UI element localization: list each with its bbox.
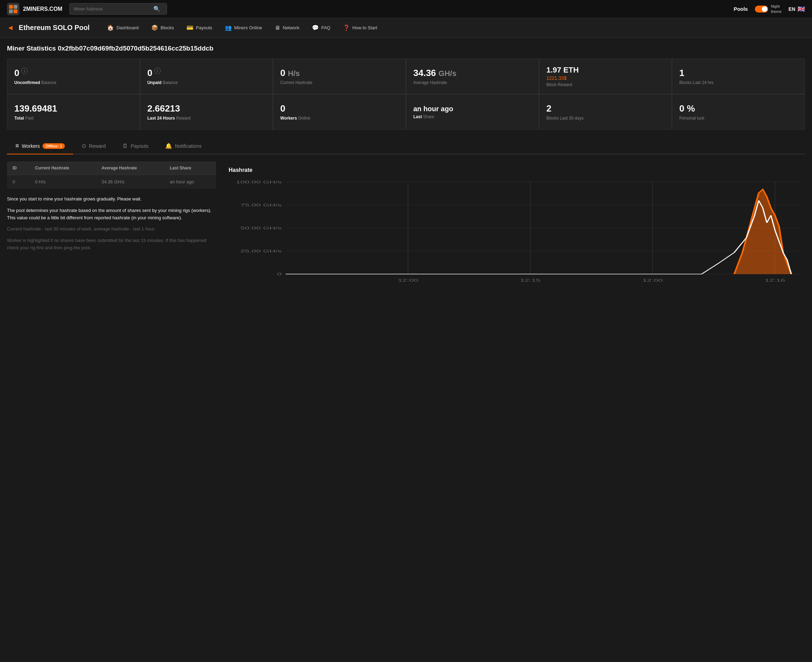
unpaid-info-icon[interactable]: i xyxy=(154,67,160,74)
nav-label-dashboard: Dashboard xyxy=(116,25,139,31)
svg-text:50.00 GH/s: 50.00 GH/s xyxy=(241,226,282,230)
svg-text:12:00: 12:00 xyxy=(643,278,663,282)
average-hashrate-value: 34.36 GH/s xyxy=(413,67,532,79)
nav-item-how-to-start[interactable]: ❓ How to Start xyxy=(337,22,383,34)
worker-current-hashrate: 0 H/s xyxy=(30,175,96,189)
blocks-last-24h-label: Blocks Last 24 hrs xyxy=(679,80,798,85)
svg-rect-2 xyxy=(9,10,13,13)
payouts-icon: 💳 xyxy=(186,24,193,31)
back-arrow[interactable]: ◄ xyxy=(7,24,14,32)
night-theme-toggle[interactable]: Nighttheme xyxy=(755,4,782,14)
nav-label-miners-online: Miners Online xyxy=(234,25,262,31)
personal-luck-label: Personal luck xyxy=(679,116,798,121)
blocks-icon: 📦 xyxy=(151,24,158,31)
unpaid-balance-value: 0 xyxy=(148,67,152,79)
nav-item-dashboard[interactable]: 🏠 Dashboard xyxy=(101,22,144,34)
logo-text: 2MINERS.COM xyxy=(23,6,63,12)
unconfirmed-balance-value: 0 xyxy=(14,67,19,79)
flag-icon: 🇬🇧 xyxy=(798,5,805,13)
svg-text:25.00 GH/s: 25.00 GH/s xyxy=(241,249,282,254)
svg-text:100.00 GH/s: 100.00 GH/s xyxy=(236,180,282,185)
notifications-tab-icon: 🔔 xyxy=(165,143,172,149)
nav-item-network[interactable]: 🖥 Network xyxy=(269,22,305,34)
stat-last-share: an hour ago Last Share xyxy=(406,95,539,129)
tab-workers[interactable]: ≡ Workers Offline: 1 xyxy=(7,138,73,154)
search-input[interactable] xyxy=(74,6,151,11)
nav-item-faq[interactable]: 💬 FAQ xyxy=(307,22,336,34)
search-bar[interactable]: 🔍 xyxy=(69,3,167,14)
svg-text:75.00 GH/s: 75.00 GH/s xyxy=(241,203,282,207)
nav-item-payouts[interactable]: 💳 Payouts xyxy=(181,22,218,34)
pools-button[interactable]: Pools xyxy=(733,6,748,12)
stat-average-hashrate: 34.36 GH/s Average Hashrate xyxy=(406,59,539,94)
how-to-start-icon: ❓ xyxy=(343,24,350,31)
stat-personal-luck: 0 % Personal luck xyxy=(672,95,805,129)
search-icon: 🔍 xyxy=(153,6,160,12)
stat-blocks-last-30d: 2 Blocks Last 30 days xyxy=(539,95,672,129)
header: 2MINERS.COM 🔍 Pools Nighttheme EN 🇬🇧 xyxy=(0,0,812,18)
payouts-tab-icon: 🗓 xyxy=(122,143,128,149)
block-reward-value: 1.97 ETH xyxy=(546,66,665,75)
workers-online-value: 0 xyxy=(280,103,399,114)
reward-tab-icon: ⊙ xyxy=(82,143,86,149)
nav-item-miners-online[interactable]: 👥 Miners Online xyxy=(219,22,268,34)
right-panel: Hashrate 100.00 GH/s 75.00 GH/ xyxy=(223,161,805,295)
last-share-value: an hour ago xyxy=(413,104,532,113)
nav-label-how-to-start: How to Start xyxy=(352,25,377,31)
tabs-bar: ≡ Workers Offline: 1 ⊙ Reward 🗓 Payouts … xyxy=(7,138,805,154)
info-text-3: Current hashrate - last 30 minutes of wo… xyxy=(7,225,216,233)
total-paid-value: 139.69481 xyxy=(14,103,133,114)
night-theme-label: Nighttheme xyxy=(771,4,782,14)
logo-area: 2MINERS.COM xyxy=(7,3,63,15)
tab-notifications[interactable]: 🔔 Notifications xyxy=(157,138,210,154)
nav-label-network: Network xyxy=(282,25,299,31)
unconfirmed-info-icon[interactable]: i xyxy=(21,67,27,74)
header-right: Pools Nighttheme EN 🇬🇧 xyxy=(733,4,805,14)
content-area: ID Current Hashrate Average Hashrate Las… xyxy=(7,161,805,295)
svg-rect-1 xyxy=(14,5,18,9)
pool-title: Ethereum SOLO Pool xyxy=(19,24,90,32)
col-average-hashrate: Average Hashrate xyxy=(96,161,164,175)
stat-last-24h-reward: 2.66213 Last 24 Hours Reward xyxy=(140,95,273,129)
tab-reward[interactable]: ⊙ Reward xyxy=(73,138,114,154)
worker-last-share: an hour ago xyxy=(164,175,216,189)
main-content: Miner Statistics 0x2fbb07c09d69fb2d5070d… xyxy=(0,38,812,302)
stat-block-reward: 1.97 ETH 1221.33$ Block Reward xyxy=(539,59,672,94)
chart-title: Hashrate xyxy=(229,167,799,173)
toggle-switch[interactable] xyxy=(755,6,768,13)
col-id: ID xyxy=(7,161,30,175)
nav-label-blocks: Blocks xyxy=(160,25,174,31)
nav-label-faq: FAQ xyxy=(321,25,331,31)
nav-item-blocks[interactable]: 📦 Blocks xyxy=(146,22,180,34)
toggle-knob xyxy=(762,6,767,12)
notifications-tab-label: Notifications xyxy=(175,143,201,149)
dashboard-icon: 🏠 xyxy=(107,24,114,31)
info-text-1: Since you start to mine your hashrate gr… xyxy=(7,196,216,203)
stat-current-hashrate: 0 H/s Current Hashrate xyxy=(273,59,406,94)
stats-grid: 0 i Unconfirmed Balance 0 i Unpaid Balan… xyxy=(7,59,805,130)
workers-tab-label: Workers xyxy=(22,143,40,149)
col-last-share: Last Share xyxy=(164,161,216,175)
stat-unconfirmed-balance: 0 i Unconfirmed Balance xyxy=(7,59,140,94)
stat-total-paid: 139.69481 Total Paid xyxy=(7,95,140,129)
worker-id: 0 xyxy=(7,175,30,189)
stat-blocks-last-24h: 1 Blocks Last 24 hrs xyxy=(672,59,805,94)
payouts-tab-label: Payouts xyxy=(131,143,148,149)
svg-text:12:00: 12:00 xyxy=(398,278,419,282)
average-hashrate-label: Average Hashrate xyxy=(413,80,532,85)
offline-badge: Offline: 1 xyxy=(43,143,65,149)
faq-icon: 💬 xyxy=(312,24,319,31)
svg-text:12:15: 12:15 xyxy=(520,278,541,282)
last-24h-reward-label: Last 24 Hours Reward xyxy=(148,116,266,121)
stat-unpaid-balance: 0 i Unpaid Balance xyxy=(140,59,273,94)
language-selector[interactable]: EN 🇬🇧 xyxy=(789,5,805,13)
tab-payouts[interactable]: 🗓 Payouts xyxy=(114,139,157,154)
workers-table: ID Current Hashrate Average Hashrate Las… xyxy=(7,161,216,189)
nav-label-payouts: Payouts xyxy=(196,25,212,31)
miners-online-icon: 👥 xyxy=(225,24,232,31)
chart-container: 100.00 GH/s 75.00 GH/s 50.00 GH/s 25.00 … xyxy=(229,178,799,290)
table-row: 0 0 H/s 34.36 GH/s an hour ago xyxy=(7,175,216,189)
workers-tab-icon: ≡ xyxy=(15,142,19,149)
svg-text:0: 0 xyxy=(277,272,282,276)
info-text-2: The pool determines your hashrate based … xyxy=(7,207,216,222)
